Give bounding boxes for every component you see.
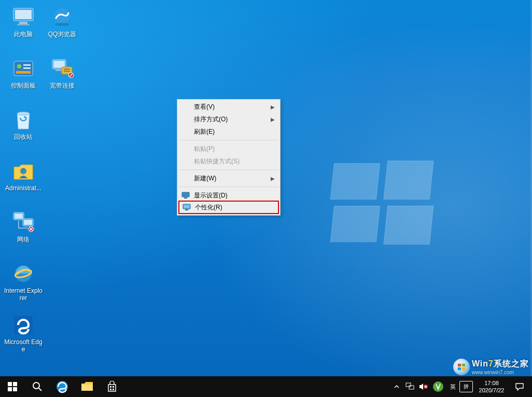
broadband-icon xyxy=(50,56,75,81)
tray-network[interactable] xyxy=(403,376,417,397)
svg-rect-33 xyxy=(185,209,188,210)
svg-rect-16 xyxy=(64,70,70,72)
svg-rect-39 xyxy=(13,382,17,386)
edge-icon xyxy=(11,313,36,337)
svg-point-42 xyxy=(33,382,39,389)
svg-rect-15 xyxy=(64,68,70,70)
ime-lang-label: 英 xyxy=(446,381,459,392)
svg-rect-30 xyxy=(184,197,187,198)
menu-item-personalize[interactable]: 个性化(R) xyxy=(179,202,278,213)
desktop-context-menu: 查看(V) ▶ 排序方式(O) ▶ 刷新(E) 粘贴(P) 粘贴快捷方式(S) … xyxy=(177,99,281,216)
personalize-icon xyxy=(183,203,191,211)
start-button[interactable] xyxy=(0,376,25,397)
desktop-icon-network[interactable]: 网络 xyxy=(4,210,43,243)
menu-item-new[interactable]: 新建(W) ▶ xyxy=(178,172,279,185)
svg-point-7 xyxy=(17,64,21,68)
highlighted-annotation: 个性化(R) xyxy=(178,201,279,214)
action-center-icon xyxy=(515,382,524,391)
svg-point-20 xyxy=(20,168,26,174)
desktop-icon-qqbrowser[interactable]: QQ浏览器 xyxy=(43,5,82,38)
desktop-icon-microsoft-edge[interactable]: Microsoft Edge xyxy=(4,313,43,353)
desktop[interactable]: 此电脑 QQ浏览器 控制面板 宽带连接 回收站 Administrat... xyxy=(0,0,532,376)
desktop-icon-recycle-bin[interactable]: 回收站 xyxy=(4,107,43,140)
svg-rect-2 xyxy=(19,22,27,24)
tray-ime-indicator[interactable] xyxy=(430,376,446,397)
desktop-icon-label: 控制面板 xyxy=(4,82,43,89)
desktop-icon-label: 回收站 xyxy=(4,133,43,140)
taskbar-app-file-explorer[interactable] xyxy=(75,376,100,397)
svg-rect-1 xyxy=(15,10,32,19)
desktop-icon-administrator[interactable]: Administrat... xyxy=(4,159,43,192)
windows-start-icon xyxy=(8,382,17,391)
submenu-arrow-icon: ▶ xyxy=(271,104,275,110)
menu-item-label: 粘贴快捷方式(S) xyxy=(194,157,240,166)
svg-rect-41 xyxy=(13,387,17,391)
tray-ime-lang[interactable]: 英 xyxy=(446,376,459,397)
tray-ime-mode[interactable]: 拼 xyxy=(459,376,473,397)
svg-point-5 xyxy=(55,23,69,26)
svg-rect-47 xyxy=(113,386,114,388)
wallpaper-windows-logo xyxy=(332,163,436,246)
search-icon xyxy=(32,381,43,392)
svg-rect-48 xyxy=(110,389,111,390)
svg-rect-22 xyxy=(15,214,23,219)
svg-rect-51 xyxy=(409,386,414,389)
svg-rect-38 xyxy=(8,382,12,386)
desktop-icon-control-panel[interactable]: 控制面板 xyxy=(4,56,43,89)
svg-rect-35 xyxy=(462,364,465,366)
system-tray: 英 拼 17:08 2020/7/22 xyxy=(390,376,532,397)
volume-muted-icon xyxy=(419,382,428,391)
svg-rect-8 xyxy=(23,64,31,66)
menu-item-label: 显示设置(D) xyxy=(194,191,228,200)
menu-item-label: 新建(W) xyxy=(194,174,216,183)
desktop-icon-label: 宽带连接 xyxy=(43,82,82,89)
menu-separator xyxy=(179,187,278,187)
watermark-url: www.winwin7.com xyxy=(472,370,529,375)
menu-item-view[interactable]: 查看(V) ▶ xyxy=(178,101,279,113)
ime-badge-icon xyxy=(432,381,444,392)
tray-volume[interactable] xyxy=(417,376,430,397)
desktop-icon-internet-explorer[interactable]: Internet Explorer xyxy=(4,261,43,302)
svg-rect-10 xyxy=(16,71,31,74)
store-icon xyxy=(106,381,118,392)
folder-icon xyxy=(81,381,93,392)
tray-clock[interactable]: 17:08 2020/7/22 xyxy=(473,379,510,394)
taskbar: 英 拼 17:08 2020/7/22 xyxy=(0,376,532,397)
svg-rect-29 xyxy=(182,192,189,197)
search-button[interactable] xyxy=(25,376,50,397)
menu-separator xyxy=(179,140,278,140)
watermark-logo-icon xyxy=(453,359,470,375)
clock-time: 17:08 xyxy=(484,379,499,387)
svg-rect-34 xyxy=(458,364,461,366)
tray-show-hidden-icons[interactable] xyxy=(390,376,403,397)
desktop-icon-label: QQ浏览器 xyxy=(43,31,82,38)
desktop-icon-broadband[interactable]: 宽带连接 xyxy=(43,56,82,89)
taskbar-app-edge[interactable] xyxy=(50,376,75,397)
svg-rect-24 xyxy=(24,220,32,225)
svg-rect-36 xyxy=(458,367,461,370)
desktop-icon-label: 网络 xyxy=(4,236,43,243)
menu-item-display-settings[interactable]: 显示设置(D) xyxy=(178,189,279,202)
menu-item-paste-shortcut: 粘贴快捷方式(S) xyxy=(178,155,279,167)
taskbar-app-store[interactable] xyxy=(100,376,124,397)
edge-icon xyxy=(55,380,69,393)
user-folder-icon xyxy=(11,159,36,183)
menu-item-refresh[interactable]: 刷新(E) xyxy=(178,125,279,138)
svg-rect-49 xyxy=(113,389,114,390)
watermark: Win7系统之家 www.winwin7.com xyxy=(453,359,529,375)
desktop-icon-this-pc[interactable]: 此电脑 xyxy=(4,5,43,38)
display-settings-icon xyxy=(181,191,190,200)
svg-rect-3 xyxy=(17,24,30,25)
network-icon xyxy=(11,210,36,235)
menu-item-label: 个性化(R) xyxy=(195,203,222,212)
desktop-icon-label: Internet Explorer xyxy=(4,287,43,302)
desktop-icon-label: Microsoft Edge xyxy=(4,338,43,353)
tray-action-center[interactable] xyxy=(510,382,529,391)
svg-rect-40 xyxy=(8,387,12,391)
desktop-icon-label: 此电脑 xyxy=(4,31,43,38)
menu-item-label: 查看(V) xyxy=(194,103,215,111)
svg-line-43 xyxy=(39,388,41,391)
menu-item-label: 粘贴(P) xyxy=(194,145,215,153)
menu-item-sort[interactable]: 排序方式(O) ▶ xyxy=(178,113,279,125)
control-panel-icon xyxy=(11,56,36,81)
